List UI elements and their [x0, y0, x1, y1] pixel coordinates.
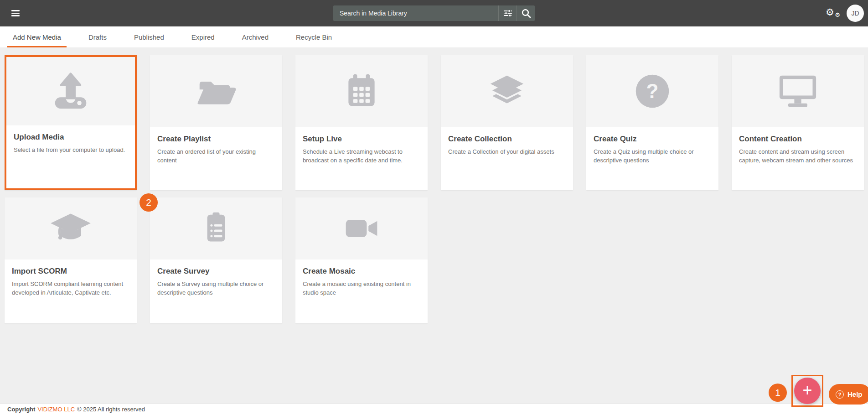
card-icon-area [6, 57, 135, 125]
media-library-content: Upload MediaSelect a file from your comp… [0, 47, 868, 403]
card-body: Create MosaicCreate a mosaic using exist… [295, 259, 428, 323]
question-circle-icon: ? [630, 72, 674, 110]
card-icon-area: ? [586, 55, 718, 127]
card-setup-live[interactable]: Setup LiveSchedule a Live streaming webc… [295, 55, 428, 190]
avatar[interactable]: JD [847, 5, 864, 22]
library-tabs: Add New MediaDraftsPublishedExpiredArchi… [0, 26, 868, 47]
footer: Copyright VIDIZMO LLC © 2025 All rights … [0, 403, 868, 415]
card-description: Schedule a Live streaming webcast to bro… [303, 148, 420, 165]
graduation-cap-icon [48, 209, 93, 248]
card-description: Create a Quiz using multiple choice or d… [594, 148, 711, 165]
card-body: Create CollectionCreate a Collection of … [441, 127, 573, 190]
search-bar [333, 5, 535, 21]
annotation-step-2-badge: 2 [140, 193, 158, 212]
add-media-fab[interactable]: + [794, 378, 821, 404]
card-description: Create a Collection of your digital asse… [448, 148, 566, 156]
card-title: Setup Live [303, 135, 420, 144]
card-title: Upload Media [14, 133, 128, 142]
help-label: Help [847, 390, 863, 398]
filter-icon[interactable] [499, 5, 517, 21]
card-title: Create Survey [157, 267, 275, 276]
card-icon-area [150, 55, 282, 127]
card-title: Import SCORM [12, 267, 129, 276]
fab-annotation-highlight: + [791, 375, 823, 407]
annotation-step-1-badge: 1 [769, 384, 787, 402]
rights-text: © 2025 All rights reserved [77, 406, 145, 413]
card-import-scorm[interactable]: Import SCORMImport SCORM compliant learn… [5, 197, 137, 323]
card-body: Create PlaylistCreate an ordered list of… [150, 127, 282, 190]
card-icon-area [732, 55, 864, 127]
tab-drafts[interactable]: Drafts [83, 26, 112, 47]
tab-expired[interactable]: Expired [186, 26, 220, 47]
tab-recycle-bin[interactable]: Recycle Bin [290, 26, 337, 47]
layers-icon [485, 72, 529, 110]
card-create-collection[interactable]: Create CollectionCreate a Collection of … [441, 55, 573, 190]
card-body: Content CreationCreate content and strea… [732, 127, 864, 190]
video-camera-icon [340, 209, 383, 248]
card-body: Import SCORMImport SCORM compliant learn… [5, 259, 137, 323]
svg-text:?: ? [646, 80, 659, 102]
cards-row-1: Upload MediaSelect a file from your comp… [5, 55, 868, 190]
card-body: Setup LiveSchedule a Live streaming webc… [295, 127, 428, 190]
card-description: Create an ordered list of your existing … [157, 148, 275, 165]
card-description: Import SCORM compliant learning content … [12, 280, 129, 297]
card-body: Create SurveyCreate a Survey using multi… [150, 259, 282, 323]
monitor-icon [776, 72, 820, 110]
card-body: Create QuizCreate a Quiz using multiple … [586, 127, 718, 190]
card-icon-area [5, 197, 137, 259]
card-icon-area [441, 55, 573, 127]
tab-add-new-media[interactable]: Add New Media [7, 26, 67, 47]
tab-published[interactable]: Published [129, 26, 170, 47]
upload-icon [49, 72, 93, 110]
card-icon-area [295, 55, 428, 127]
menu-icon[interactable] [11, 9, 20, 18]
card-create-survey[interactable]: Create SurveyCreate a Survey using multi… [150, 197, 282, 323]
search-icon[interactable] [517, 5, 535, 21]
copyright-label: Copyright [7, 406, 35, 413]
cards-row-2: Import SCORMImport SCORM compliant learn… [5, 197, 868, 323]
clipboard-icon [197, 209, 235, 248]
card-title: Create Mosaic [303, 267, 420, 276]
card-body: Upload MediaSelect a file from your comp… [6, 125, 135, 188]
card-title: Create Collection [448, 135, 566, 144]
search-input[interactable] [333, 5, 498, 21]
calendar-icon [340, 72, 383, 110]
card-create-mosaic[interactable]: Create MosaicCreate a mosaic using exist… [295, 197, 428, 323]
services-gear-icon[interactable]: ⚙⚙ [826, 6, 840, 21]
company-link[interactable]: VIDIZMO LLC [37, 406, 75, 413]
card-icon-area [150, 197, 282, 259]
card-content-creation[interactable]: Content CreationCreate content and strea… [732, 55, 864, 190]
plus-icon: + [802, 382, 812, 399]
card-upload-media[interactable]: Upload MediaSelect a file from your comp… [5, 55, 137, 190]
card-description: Create content and stream using screen c… [739, 148, 857, 165]
card-create-playlist[interactable]: Create PlaylistCreate an ordered list of… [150, 55, 282, 190]
help-button[interactable]: ? Help [829, 384, 868, 405]
card-title: Create Quiz [594, 135, 711, 144]
question-circle-icon: ? [836, 390, 844, 399]
card-title: Content Creation [739, 135, 857, 144]
card-create-quiz[interactable]: ? Create QuizCreate a Quiz using multipl… [586, 55, 718, 190]
topbar-right-actions: ⚙⚙ JD [826, 0, 867, 26]
top-app-bar: ⚙⚙ JD [0, 0, 868, 26]
card-icon-area [295, 197, 428, 259]
card-description: Create a Survey using multiple choice or… [157, 280, 275, 297]
card-description: Create a mosaic using existing content i… [303, 280, 420, 297]
card-description: Select a file from your computer to uplo… [14, 146, 128, 155]
folder-open-icon [194, 72, 238, 110]
tab-archived[interactable]: Archived [237, 26, 274, 47]
card-title: Create Playlist [157, 135, 275, 144]
